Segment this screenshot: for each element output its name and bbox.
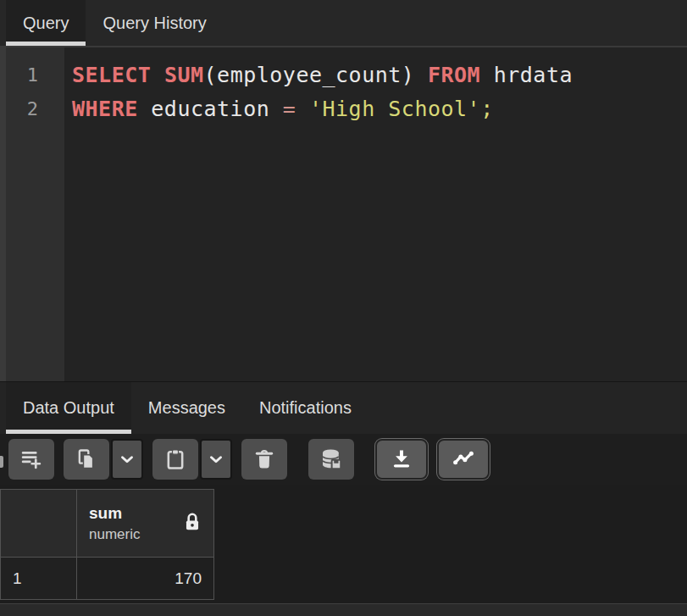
results-grid-area: sum numeric 1 170: [0, 485, 687, 603]
sql-text: [414, 63, 428, 87]
row-number-cell[interactable]: 1: [1, 558, 77, 600]
chevron-down-icon: [118, 450, 136, 469]
output-tab-bar: Data Output Messages Notifications: [0, 381, 687, 434]
grid-header-row: sum numeric: [1, 490, 214, 558]
code-line-2: WHERE education = 'High School';: [72, 92, 687, 126]
tab-data-output[interactable]: Data Output: [6, 382, 131, 434]
line-number: 2: [6, 92, 38, 126]
sql-text: [151, 63, 164, 87]
copy-button[interactable]: [64, 439, 109, 480]
select-all-corner-cell[interactable]: [1, 490, 77, 558]
sql-semicolon: ;: [480, 97, 494, 121]
sql-keyword: SELECT: [72, 63, 151, 87]
trash-icon: [252, 447, 276, 471]
tab-notifications-label: Notifications: [259, 398, 352, 418]
database-save-icon: [319, 447, 344, 472]
add-row-button[interactable]: [8, 439, 54, 480]
tab-data-output-label: Data Output: [23, 398, 114, 418]
tab-notifications[interactable]: Notifications: [242, 382, 368, 434]
save-data-button[interactable]: [308, 439, 354, 480]
panel-edge-divider: [0, 47, 6, 381]
tab-query[interactable]: Query: [6, 0, 86, 46]
column-header-text: sum numeric: [89, 502, 140, 545]
data-output-toolbar: [0, 434, 687, 485]
sql-string: 'High School': [309, 97, 480, 121]
results-grid: sum numeric 1 170: [0, 489, 214, 600]
sql-text: (employee_count): [204, 63, 415, 87]
paste-options-button[interactable]: [200, 439, 232, 480]
sql-keyword: SUM: [164, 63, 204, 87]
code-line-1: SELECT SUM(employee_count) FROM hrdata: [72, 58, 687, 92]
sum-value-cell[interactable]: 170: [77, 558, 214, 600]
grid-data-row: 1 170: [1, 558, 214, 600]
lock-icon: [181, 511, 203, 536]
sql-text: [296, 97, 309, 121]
view-chart-button[interactable]: [437, 439, 490, 480]
tab-messages-label: Messages: [148, 398, 225, 418]
copy-icon: [75, 447, 98, 471]
sql-keyword: FROM: [428, 63, 480, 87]
column-header-sum[interactable]: sum numeric: [77, 490, 214, 558]
tab-messages[interactable]: Messages: [131, 382, 242, 434]
sql-text: education: [138, 97, 283, 121]
paste-icon: [163, 447, 187, 471]
chevron-down-icon: [207, 450, 225, 469]
tab-query-history-label: Query History: [102, 14, 206, 33]
sql-editor[interactable]: 1 2 SELECT SUM(employee_count) FROM hrda…: [0, 47, 687, 381]
copy-options-button[interactable]: [111, 439, 143, 480]
line-number: 1: [6, 58, 38, 92]
download-results-button[interactable]: [375, 439, 428, 480]
code-area[interactable]: SELECT SUM(employee_count) FROM hrdata W…: [64, 47, 687, 381]
sql-keyword: WHERE: [72, 97, 138, 121]
line-number-gutter: 1 2: [6, 47, 64, 381]
sql-text: hrdata: [480, 63, 573, 87]
bottom-panel-strip: [0, 603, 687, 616]
clipped-icon-sliver: [0, 456, 3, 468]
column-name: sum: [89, 502, 140, 524]
query-tool-window: Query Query History 1 2 SELECT SUM(emplo…: [0, 0, 687, 616]
sql-operator: =: [283, 97, 296, 121]
paste-button[interactable]: [152, 439, 198, 480]
tab-query-history[interactable]: Query History: [86, 0, 223, 46]
column-type: numeric: [89, 524, 140, 545]
tab-query-label: Query: [23, 14, 69, 33]
editor-tab-bar: Query Query History: [0, 0, 687, 47]
download-icon: [389, 447, 414, 472]
delete-row-button[interactable]: [241, 439, 287, 480]
line-chart-icon: [451, 447, 476, 472]
add-row-icon: [19, 447, 43, 471]
